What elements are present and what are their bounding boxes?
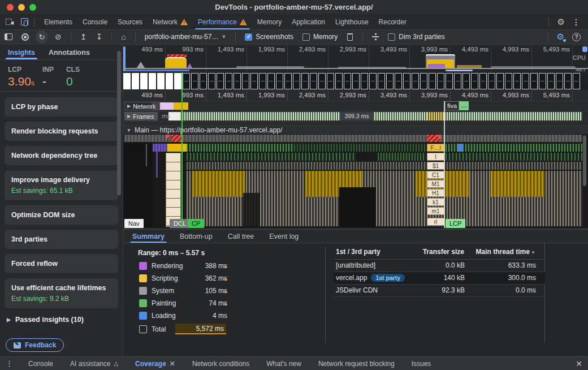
flame-function-label[interactable]: l	[427, 153, 444, 161]
film-frame[interactable]	[166, 73, 173, 89]
main-track-header[interactable]: ▼ Main — https://portfolio-amber-mu-57.v…	[123, 126, 588, 134]
tab-event-log[interactable]: Event log	[269, 230, 299, 243]
drawer-tab-whats-new[interactable]: What's new	[258, 357, 310, 370]
film-frame[interactable]	[539, 73, 546, 89]
tab-insights[interactable]: Insights	[8, 49, 35, 59]
history-select[interactable]: portfolio-amber-mu-57…▼	[140, 33, 231, 41]
film-frame[interactable]	[310, 73, 317, 89]
film-frame[interactable]	[149, 73, 156, 89]
film-frame[interactable]	[403, 73, 410, 89]
overview-left-handle[interactable]	[123, 46, 126, 71]
sidebar-scrollbar[interactable]	[117, 51, 121, 195]
drawer-tab-console[interactable]: Console	[20, 357, 62, 370]
tab-application[interactable]: Application	[287, 15, 330, 29]
tab-summary[interactable]: Summary	[132, 230, 165, 243]
tab-bottom-up[interactable]: Bottom-up	[180, 230, 213, 243]
memory-checkbox[interactable]: Memory	[298, 33, 342, 41]
overview-right-handle[interactable]	[582, 46, 587, 52]
film-frame[interactable]	[530, 73, 538, 89]
film-frame[interactable]	[386, 73, 394, 89]
film-frame[interactable]	[157, 73, 165, 89]
film-frame[interactable]	[369, 73, 377, 89]
column-header-party[interactable]: 1st / 3rd party	[336, 248, 381, 256]
film-frame[interactable]	[250, 73, 258, 89]
film-frame[interactable]	[318, 73, 326, 89]
film-frame[interactable]	[522, 73, 529, 89]
column-header-time[interactable]: Main thread time ▼	[476, 248, 536, 256]
frames-track-label[interactable]: ▶Frames	[124, 112, 158, 121]
film-frame[interactable]	[217, 73, 224, 89]
film-frame[interactable]	[412, 73, 419, 89]
insight-card-image-delivery[interactable]: Improve image deliveryEst savings: 65.1 …	[5, 170, 118, 200]
collect-garbage-icon[interactable]	[347, 33, 353, 41]
flame-function-label[interactable]: C1	[427, 171, 444, 179]
drawer-tab-coverage[interactable]: Coverage✕	[127, 357, 184, 370]
film-frame[interactable]	[140, 73, 148, 89]
film-frame[interactable]	[191, 73, 198, 89]
close-tab-icon[interactable]: ✕	[170, 360, 175, 368]
film-frame[interactable]	[437, 73, 444, 89]
film-frame[interactable]	[200, 73, 207, 89]
film-frame[interactable]	[378, 73, 385, 89]
film-frame[interactable]	[284, 73, 292, 89]
close-drawer-icon[interactable]: ✕	[576, 359, 582, 368]
tab-call-tree[interactable]: Call tree	[228, 230, 254, 243]
record-button[interactable]	[21, 33, 29, 41]
capture-settings-gear-icon[interactable]: ⚙	[553, 32, 568, 42]
network-track-label[interactable]: ▶Network	[124, 102, 160, 110]
film-frame[interactable]	[488, 73, 495, 89]
feedback-button[interactable]: Feedback	[6, 338, 64, 352]
tab-sources[interactable]: Sources	[113, 15, 148, 29]
nav-marker[interactable]: Nav	[124, 219, 144, 228]
column-header-transfer[interactable]: Transfer size	[423, 248, 464, 256]
insight-card-render-blocking[interactable]: Render blocking requests	[5, 122, 118, 141]
tab-performance[interactable]: Performance	[193, 15, 252, 29]
settings-gear-icon[interactable]: ⚙	[554, 17, 569, 27]
film-frame[interactable]	[208, 73, 215, 89]
film-frame[interactable]	[344, 73, 351, 89]
film-frame[interactable]	[446, 73, 453, 89]
film-frame[interactable]	[556, 73, 563, 89]
film-frame[interactable]	[327, 73, 334, 89]
tab-console[interactable]: Console	[77, 15, 113, 29]
film-frame[interactable]	[225, 73, 232, 89]
film-frame[interactable]	[352, 73, 360, 89]
more-options-icon[interactable]: ⋮	[569, 18, 583, 27]
insight-card-network-dependency[interactable]: Network dependency tree	[5, 146, 118, 165]
tab-recorder[interactable]: Recorder	[374, 15, 412, 29]
drawer-menu-icon[interactable]: ⋮	[0, 359, 20, 368]
network-track[interactable]: ▶Network fiva…	[123, 101, 588, 111]
film-frame[interactable]	[242, 73, 249, 89]
film-frame[interactable]	[132, 73, 139, 89]
film-frame[interactable]	[564, 73, 572, 89]
dcl-marker[interactable]: DCL	[170, 219, 190, 228]
film-frame[interactable]	[513, 73, 521, 89]
drawer-tab-network-request-blocking[interactable]: Network request blocking	[310, 357, 403, 370]
network-request-badge[interactable]: fiva…	[445, 101, 469, 110]
metric-lcp[interactable]: LCP 3.90s	[8, 66, 34, 91]
insight-card-forced-reflow[interactable]: Forced reflow	[5, 254, 118, 273]
table-row-vercel[interactable]: vercel.app1st party 140 kB 300.0 ms	[334, 272, 545, 285]
drawer-tab-network-conditions[interactable]: Network conditions	[184, 357, 258, 370]
flame-function-label[interactable]: rl	[427, 218, 444, 226]
shortcuts-dialog-icon[interactable]: ▼▲	[372, 33, 379, 40]
clear-recording-icon[interactable]: ⊘	[50, 33, 66, 41]
timeline-overview[interactable]: 493 ms 993 ms 1,493 ms 1,993 ms 2,493 ms…	[123, 46, 588, 72]
film-frame[interactable]	[573, 73, 580, 89]
cp-marker[interactable]: CP	[188, 219, 204, 228]
flame-function-label[interactable]: $1	[427, 162, 444, 170]
reload-and-record-button[interactable]: ↻	[36, 31, 48, 43]
screenshots-checkbox[interactable]: Screenshots	[240, 33, 298, 41]
metric-cls[interactable]: CLS 0	[66, 66, 80, 91]
film-frame[interactable]	[505, 73, 512, 89]
film-frame[interactable]	[123, 73, 131, 89]
drawer-tab-issues[interactable]: Issues	[403, 357, 440, 370]
insight-card-lcp-by-phase[interactable]: LCP by phase	[5, 97, 118, 117]
passed-insights-toggle[interactable]: ▶Passed insights (10)	[0, 313, 123, 324]
insight-card-dom-size[interactable]: Optimize DOM size	[5, 205, 118, 225]
film-frame[interactable]	[301, 73, 309, 89]
film-frame[interactable]	[183, 73, 190, 89]
film-frame[interactable]	[174, 73, 181, 89]
upload-profile-icon[interactable]: ↥	[76, 33, 92, 41]
film-frame[interactable]	[547, 73, 555, 89]
